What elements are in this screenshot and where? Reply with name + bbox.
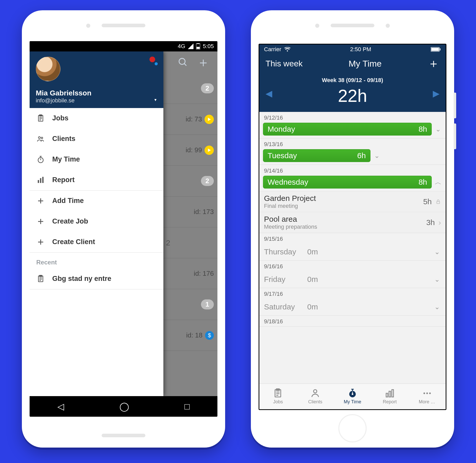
day-row[interactable]: Tuesday 6h ⌄	[259, 149, 446, 165]
menu-item-jobs[interactable]: Jobs	[30, 108, 163, 129]
prev-week-icon[interactable]: ◀	[266, 88, 272, 99]
chevron-right-icon: ›	[438, 218, 441, 227]
menu-action-add time[interactable]: Add Time	[30, 191, 163, 211]
day-hours: 0m	[307, 275, 318, 284]
chevron-down-icon[interactable]: ⌄	[433, 275, 441, 283]
svg-rect-6	[39, 115, 42, 116]
add-icon[interactable]: ＋	[197, 54, 210, 71]
tab-label: More …	[419, 399, 435, 405]
day-row-empty[interactable]: Thursday 0m ⌄	[259, 244, 446, 260]
chevron-down-icon[interactable]: ⌄	[434, 125, 442, 133]
day-block: 9/14/16 Wednesday 8h ︿ Garden Project Fi…	[259, 165, 446, 233]
svg-line-4	[184, 64, 186, 66]
bars-icon	[36, 176, 45, 184]
navbar-left-button[interactable]: This week	[266, 59, 303, 68]
chevron-down-icon[interactable]: ⌄	[373, 152, 381, 160]
day-row[interactable]: Wednesday 8h ︿	[259, 176, 446, 191]
tab-my-time[interactable]: My Time	[334, 384, 371, 409]
day-hours: 6h	[357, 151, 366, 160]
add-button[interactable]: ＋	[428, 56, 439, 72]
page-title: My Time	[349, 59, 382, 69]
menu-item-report[interactable]: Report	[30, 170, 163, 190]
day-block: 9/16/16 Friday 0m ⌄	[259, 261, 446, 288]
dots-icon	[422, 388, 432, 398]
ios-home-button[interactable]	[338, 414, 367, 442]
search-icon[interactable]	[178, 57, 188, 67]
tab-more-[interactable]: More …	[408, 384, 446, 409]
svg-point-50	[429, 393, 430, 394]
android-status-bar: 4G 5:05	[30, 41, 217, 51]
day-hours: 8h	[419, 178, 427, 186]
time-entry[interactable]: Garden Project Final meeting 5h	[259, 191, 446, 212]
earpiece	[102, 24, 145, 27]
day-row[interactable]: Monday 8h ⌄	[259, 123, 446, 138]
hours-bar: Wednesday 8h	[263, 176, 432, 189]
nav-back-icon[interactable]: ◁	[57, 401, 64, 412]
svg-point-39	[314, 390, 317, 393]
entry-subtitle: Meeting preparations	[264, 224, 317, 230]
day-name: Thursday	[264, 247, 303, 256]
job-id-label: id: 176	[194, 270, 214, 278]
clock-label: 5:05	[203, 43, 214, 50]
recent-item[interactable]: Gbg stad ny entre	[30, 269, 163, 289]
day-row-empty[interactable]: Friday 0m ⌄	[259, 271, 446, 288]
battery-icon	[196, 43, 200, 49]
tab-bar: Jobs Clients My Time Report More …	[259, 384, 446, 409]
carrier-label: Carrier	[264, 46, 281, 52]
day-block: 9/12/16 Monday 8h ⌄	[259, 112, 446, 138]
menu-item-clients[interactable]: Clients	[30, 129, 163, 149]
day-block: 9/13/16 Tuesday 6h ⌄	[259, 138, 446, 165]
account-dropdown-icon[interactable]: ▼	[154, 98, 157, 102]
tab-report[interactable]: Report	[371, 384, 408, 409]
svg-rect-1	[197, 43, 199, 44]
notification-dots[interactable]	[149, 57, 158, 63]
chevron-down-icon[interactable]: ⌄	[433, 248, 441, 256]
svg-point-11	[41, 137, 43, 139]
nav-home-icon[interactable]: ◯	[119, 401, 129, 412]
hours-bar: Tuesday 6h	[263, 149, 371, 162]
stopwatch-icon	[36, 156, 45, 163]
avatar[interactable]	[36, 57, 60, 81]
week-summary: ◀ ▶ Week 38 (09/12 - 09/18) 22h	[259, 73, 446, 112]
chevron-up-icon[interactable]: ︿	[434, 178, 442, 187]
hours-bar: Monday 8h	[263, 123, 432, 136]
tab-jobs[interactable]: Jobs	[259, 384, 297, 409]
week-range-label: Week 38 (09/12 - 09/18)	[259, 77, 446, 84]
menu-item-label: Report	[52, 176, 75, 184]
bars-icon	[385, 388, 395, 398]
ios-phone-frame: Carrier 2:50 PM This week My Time ＋ ◀ ▶ …	[251, 10, 454, 448]
nav-recents-icon[interactable]: □	[184, 402, 190, 412]
menu-action-create job[interactable]: Create Job	[30, 211, 163, 232]
ios-navbar: This week My Time ＋	[259, 54, 446, 73]
clipboard-icon	[36, 275, 45, 283]
day-hours: 8h	[419, 125, 427, 133]
play-icon[interactable]	[205, 115, 214, 124]
drawer-header[interactable]: Mia Gabrielsson info@jobbile.se ▼	[30, 51, 163, 108]
android-home-indicator	[102, 434, 145, 437]
menu-action-create client[interactable]: Create Client	[30, 232, 163, 252]
android-body: ＋ 2id: 73id: 992id: 1732id: 1761id: 18$ …	[30, 51, 217, 396]
day-hours: 0m	[307, 247, 318, 256]
plus-icon	[36, 238, 45, 246]
svg-point-10	[38, 137, 40, 139]
time-entry[interactable]: Pool area Meeting preparations 3h ›	[259, 212, 446, 233]
day-row-empty[interactable]: Saturday 0m ⌄	[259, 299, 446, 315]
clipboard-icon	[273, 388, 283, 398]
count-badge: 1	[201, 299, 214, 309]
chevron-down-icon[interactable]: ⌄	[433, 303, 441, 311]
svg-point-48	[423, 393, 425, 394]
day-name: Saturday	[264, 302, 303, 311]
menu-item-my time[interactable]: My Time	[30, 149, 163, 170]
day-list[interactable]: 9/12/16 Monday 8h ⌄ 9/13/16 Tuesday 6h ⌄…	[259, 112, 446, 384]
svg-point-49	[426, 393, 428, 394]
svg-rect-18	[42, 177, 43, 183]
next-week-icon[interactable]: ▶	[433, 88, 439, 99]
recent-header: Recent	[30, 253, 163, 269]
play-icon[interactable]	[205, 146, 214, 155]
day-hours: 0m	[307, 302, 318, 311]
job-id-label: id: 99	[186, 146, 202, 154]
svg-rect-44	[352, 392, 353, 394]
count-badge: 2	[201, 176, 214, 186]
tab-clients[interactable]: Clients	[297, 384, 334, 409]
count-badge: 2	[201, 83, 214, 93]
